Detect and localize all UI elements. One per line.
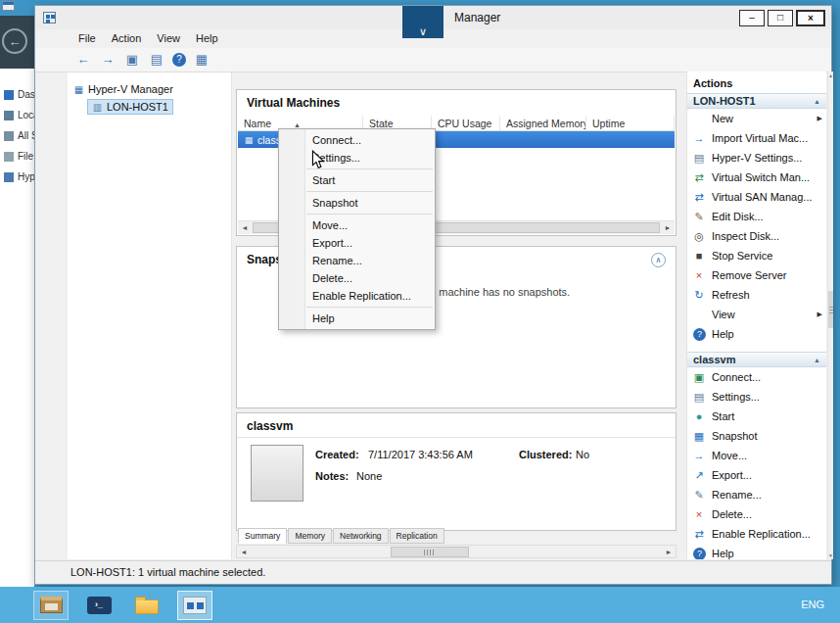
scroll-right-icon[interactable]: ►	[662, 546, 676, 558]
menu-separator	[306, 168, 433, 169]
server-manager-window[interactable]: ← Das Loca All S File Hyp	[0, 16, 34, 587]
center-hscrollbar[interactable]: ◄ ►	[236, 545, 677, 558]
taskbar-server-manager-button[interactable]	[33, 591, 69, 620]
action-label: Rename...	[712, 489, 762, 501]
taskbar-powershell-button[interactable]: ›_	[81, 591, 117, 620]
action-vm-help[interactable]: ? Help	[687, 544, 826, 559]
clustered-label: Clustered:	[519, 449, 572, 460]
inspect-disk-icon: ◎	[692, 229, 706, 243]
vm-thumbnail	[251, 445, 303, 502]
sidebar-item-local-server[interactable]: Loca	[0, 105, 34, 125]
action-label: Connect...	[712, 371, 761, 383]
action-edit-disk[interactable]: ✎ Edit Disk...	[687, 207, 826, 226]
sidebar-item-hyperv[interactable]: Hyp	[0, 167, 34, 187]
console-tree-icon[interactable]: ▤	[148, 51, 165, 69]
close-button[interactable]: ×	[796, 10, 825, 26]
forward-icon[interactable]: →	[99, 51, 117, 69]
notes-label: Notes:	[315, 470, 349, 482]
action-import-virtual-machine[interactable]: → Import Virtual Mac...	[687, 128, 826, 148]
action-snapshot[interactable]: ▦ Snapshot	[687, 426, 826, 446]
sidebar-item-label: All S	[18, 130, 34, 141]
context-menu-item-export[interactable]: Export...	[279, 234, 435, 252]
action-move[interactable]: → Move...	[687, 446, 826, 465]
action-delete[interactable]: × Delete...	[687, 504, 826, 524]
minimize-button[interactable]: –	[739, 10, 765, 26]
sidebar-item-dashboard[interactable]: Das	[0, 84, 34, 105]
action-rename[interactable]: ✎ Rename...	[687, 485, 826, 504]
action-enable-replication[interactable]: ⇄ Enable Replication...	[687, 524, 826, 544]
title-bar[interactable]: ∨ Manager – □ ×	[35, 6, 831, 29]
action-help[interactable]: ? Help	[687, 324, 826, 344]
column-header-cpu[interactable]: CPU Usage	[432, 116, 500, 130]
back-button[interactable]: ←	[2, 28, 27, 54]
menu-help[interactable]: Help	[188, 29, 226, 48]
action-start[interactable]: ● Start	[687, 407, 826, 426]
scroll-up-icon[interactable]: ▲	[828, 72, 833, 79]
context-menu-item-enable-replication[interactable]: Enable Replication...	[279, 287, 435, 305]
tree-item-label: Hyper-V Manager	[88, 83, 173, 95]
action-new[interactable]: New ▶	[687, 109, 826, 128]
action-connect[interactable]: ▣ Connect...	[687, 367, 826, 387]
actions-group-classvm[interactable]: classvm ▲	[687, 352, 826, 367]
scrollbar-thumb[interactable]	[828, 291, 833, 328]
action-inspect-disk[interactable]: ◎ Inspect Disk...	[687, 226, 826, 246]
titlebar-dropdown-button[interactable]: ∨	[402, 6, 443, 38]
context-menu-item-help[interactable]: Help	[279, 310, 435, 327]
action-stop-service[interactable]: ■ Stop Service	[687, 246, 826, 265]
actions-vscrollbar[interactable]: ▲ ▼	[827, 72, 833, 559]
action-label: Help	[712, 328, 734, 340]
scroll-left-icon[interactable]: ◄	[238, 221, 252, 234]
context-menu-item-move[interactable]: Move...	[279, 216, 435, 234]
tab-memory[interactable]: Memory	[288, 528, 332, 544]
export-list-icon[interactable]: ▦	[193, 51, 210, 69]
scroll-right-icon[interactable]: ►	[661, 221, 675, 234]
context-menu-item-snapshot[interactable]: Snapshot	[279, 194, 435, 212]
action-settings[interactable]: ▤ Settings...	[687, 387, 826, 407]
edit-disk-icon: ✎	[692, 210, 706, 223]
desktop-shortcut-icon[interactable]	[2, 1, 15, 11]
back-icon[interactable]: ←	[74, 51, 92, 69]
action-export[interactable]: ↗ Export...	[687, 465, 826, 485]
tree-item-lon-host1[interactable]: ▥ LON-HOST1	[68, 98, 231, 116]
action-virtual-switch-manager[interactable]: ⇄ Virtual Switch Man...	[687, 168, 826, 187]
help-icon[interactable]: ?	[172, 53, 186, 67]
scroll-down-icon[interactable]: ▼	[828, 551, 833, 559]
tree-item-hyperv-manager[interactable]: ▦ Hyper-V Manager	[68, 80, 231, 98]
tab-summary[interactable]: Summary	[238, 528, 287, 544]
menu-file[interactable]: File	[70, 29, 104, 48]
action-virtual-san-manager[interactable]: ⇄ Virtual SAN Manag...	[687, 187, 826, 207]
details-panel-title: classvm	[237, 413, 676, 438]
action-hyperv-settings[interactable]: ▤ Hyper-V Settings...	[687, 148, 826, 168]
sidebar-item-label: Hyp	[18, 171, 34, 182]
console-tree-pane: ▦ Hyper-V Manager ▥ LON-HOST1	[68, 72, 232, 559]
tab-replication[interactable]: Replication	[390, 528, 444, 544]
taskbar-hyperv-manager-button[interactable]	[177, 591, 212, 620]
collapse-panel-button[interactable]: ∧	[651, 253, 666, 267]
menu-view[interactable]: View	[149, 29, 188, 48]
context-menu-item-settings[interactable]: Settings...	[279, 149, 435, 167]
context-menu-item-start[interactable]: Start	[279, 171, 435, 189]
context-menu-item-rename[interactable]: Rename...	[279, 252, 435, 269]
context-menu-item-connect[interactable]: Connect...	[279, 131, 435, 149]
new-window-icon[interactable]: ▣	[123, 51, 141, 69]
action-refresh[interactable]: ↻ Refresh	[687, 285, 826, 305]
menu-action[interactable]: Action	[104, 29, 150, 48]
action-remove-server[interactable]: × Remove Server	[687, 265, 826, 285]
folder-icon	[135, 599, 159, 614]
actions-group-lon-host1[interactable]: LON-HOST1 ▲	[687, 93, 826, 109]
sidebar-item-all-servers[interactable]: All S	[0, 125, 34, 146]
sidebar-item-file-storage[interactable]: File	[0, 146, 34, 167]
scroll-left-icon[interactable]: ◄	[237, 546, 251, 558]
language-indicator[interactable]: ENG	[801, 587, 824, 623]
action-view[interactable]: View ▶	[687, 305, 826, 324]
all-servers-icon	[4, 131, 14, 141]
taskbar-file-explorer-button[interactable]	[129, 591, 164, 620]
context-menu-item-delete[interactable]: Delete...	[279, 269, 435, 287]
maximize-button[interactable]: □	[768, 10, 793, 26]
desktop: ← Das Loca All S File Hyp	[0, 0, 840, 623]
scrollbar-thumb[interactable]	[391, 547, 470, 557]
tab-networking[interactable]: Networking	[333, 528, 389, 544]
back-arrow-icon: ←	[9, 34, 22, 49]
column-header-uptime[interactable]: Uptime	[586, 116, 675, 130]
column-header-memory[interactable]: Assigned Memory	[500, 116, 586, 130]
